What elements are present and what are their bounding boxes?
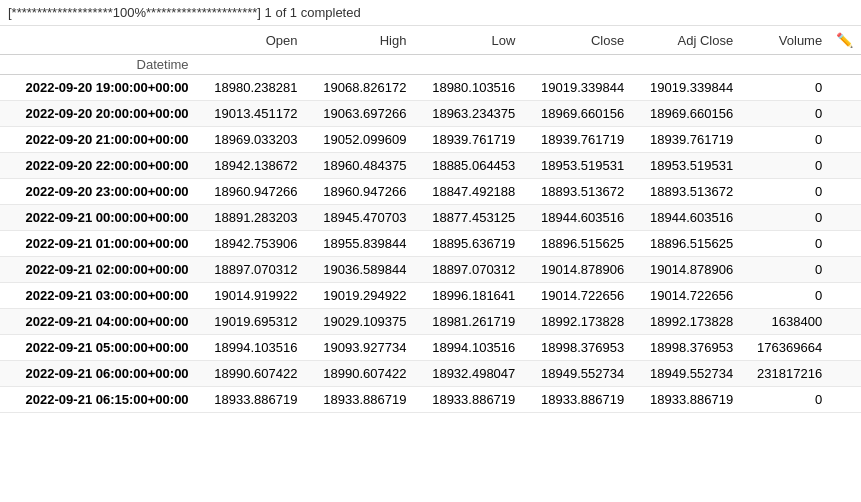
data-cell: 18939.761719 (523, 127, 632, 153)
data-cell: 18939.761719 (632, 127, 741, 153)
data-cell: 0 (741, 153, 830, 179)
data-cell: 0 (741, 205, 830, 231)
datetime-cell: 2022-09-21 02:00:00+00:00 (0, 257, 197, 283)
data-cell: 18953.519531 (632, 153, 741, 179)
col-header-close: Close (523, 26, 632, 55)
data-cell: 18877.453125 (414, 205, 523, 231)
data-cell: 18980.238281 (197, 75, 306, 101)
data-cell: 0 (741, 283, 830, 309)
data-cell: 18960.947266 (306, 179, 415, 205)
data-cell: 19019.294922 (306, 283, 415, 309)
data-cell: 19014.722656 (632, 283, 741, 309)
progress-text: [********************100%***************… (8, 5, 853, 20)
table-row: 2022-09-21 06:00:00+00:0018990.607422189… (0, 361, 861, 387)
col-header-datetime (0, 26, 197, 55)
table-container: Open High Low Close Adj Close Volume ✏️ … (0, 26, 861, 413)
data-cell: 19013.451172 (197, 101, 306, 127)
top-bar: [********************100%***************… (0, 0, 861, 26)
data-cell: 18895.636719 (414, 231, 523, 257)
data-cell: 19036.589844 (306, 257, 415, 283)
table-row: 2022-09-21 05:00:00+00:0018994.103516190… (0, 335, 861, 361)
data-cell: 0 (741, 387, 830, 413)
data-cell: 18944.603516 (632, 205, 741, 231)
col-header-high: High (306, 26, 415, 55)
data-cell: 18992.173828 (632, 309, 741, 335)
data-cell: 176369664 (741, 335, 830, 361)
data-cell: 18998.376953 (632, 335, 741, 361)
data-cell: 0 (741, 179, 830, 205)
datetime-cell: 2022-09-20 19:00:00+00:00 (0, 75, 197, 101)
table-row: 2022-09-20 22:00:00+00:0018942.138672189… (0, 153, 861, 179)
data-cell: 0 (741, 257, 830, 283)
table-row: 2022-09-21 06:15:00+00:0018933.886719189… (0, 387, 861, 413)
icon-col-cell (830, 257, 861, 283)
data-cell: 19093.927734 (306, 335, 415, 361)
table-row: 2022-09-21 04:00:00+00:0019019.695312190… (0, 309, 861, 335)
data-cell: 18994.103516 (414, 335, 523, 361)
data-cell: 18981.261719 (414, 309, 523, 335)
data-table: Open High Low Close Adj Close Volume ✏️ … (0, 26, 861, 413)
data-cell: 19014.878906 (523, 257, 632, 283)
subheader-datetime: Datetime (0, 55, 197, 75)
col-header-open: Open (197, 26, 306, 55)
icon-col-cell (830, 231, 861, 257)
data-cell: 18933.886719 (197, 387, 306, 413)
data-cell: 18969.660156 (523, 101, 632, 127)
icon-col-cell (830, 205, 861, 231)
icon-col-cell (830, 361, 861, 387)
col-header-volume: Volume (741, 26, 830, 55)
table-row: 2022-09-21 03:00:00+00:0019014.919922190… (0, 283, 861, 309)
datetime-cell: 2022-09-20 22:00:00+00:00 (0, 153, 197, 179)
table-row: 2022-09-21 00:00:00+00:0018891.283203189… (0, 205, 861, 231)
icon-header[interactable]: ✏️ (830, 26, 861, 55)
data-cell: 18897.070312 (414, 257, 523, 283)
icon-col-cell (830, 387, 861, 413)
data-cell: 18969.033203 (197, 127, 306, 153)
data-cell: 19029.109375 (306, 309, 415, 335)
icon-col-cell (830, 283, 861, 309)
data-cell: 18953.519531 (523, 153, 632, 179)
subheader-row: Datetime (0, 55, 861, 75)
col-header-adj-close: Adj Close (632, 26, 741, 55)
data-cell: 18994.103516 (197, 335, 306, 361)
data-cell: 18945.470703 (306, 205, 415, 231)
table-row: 2022-09-21 01:00:00+00:0018942.753906189… (0, 231, 861, 257)
data-cell: 19014.722656 (523, 283, 632, 309)
data-cell: 19019.695312 (197, 309, 306, 335)
datetime-cell: 2022-09-20 23:00:00+00:00 (0, 179, 197, 205)
datetime-cell: 2022-09-21 01:00:00+00:00 (0, 231, 197, 257)
data-cell: 18998.376953 (523, 335, 632, 361)
table-body: 2022-09-20 19:00:00+00:0018980.238281190… (0, 75, 861, 413)
data-cell: 18891.283203 (197, 205, 306, 231)
data-cell: 0 (741, 127, 830, 153)
data-cell: 18960.484375 (306, 153, 415, 179)
data-cell: 18990.607422 (197, 361, 306, 387)
data-cell: 18933.886719 (632, 387, 741, 413)
data-cell: 18893.513672 (632, 179, 741, 205)
icon-col-cell (830, 101, 861, 127)
icon-col-cell (830, 75, 861, 101)
data-cell: 18847.492188 (414, 179, 523, 205)
data-cell: 18933.886719 (414, 387, 523, 413)
data-cell: 0 (741, 101, 830, 127)
datetime-cell: 2022-09-21 03:00:00+00:00 (0, 283, 197, 309)
data-cell: 19068.826172 (306, 75, 415, 101)
data-cell: 18955.839844 (306, 231, 415, 257)
datetime-cell: 2022-09-21 05:00:00+00:00 (0, 335, 197, 361)
data-cell: 1638400 (741, 309, 830, 335)
datetime-cell: 2022-09-21 04:00:00+00:00 (0, 309, 197, 335)
data-cell: 18897.070312 (197, 257, 306, 283)
data-cell: 18885.064453 (414, 153, 523, 179)
data-cell: 18893.513672 (523, 179, 632, 205)
table-row: 2022-09-21 02:00:00+00:0018897.070312190… (0, 257, 861, 283)
data-cell: 18933.886719 (306, 387, 415, 413)
column-header-row: Open High Low Close Adj Close Volume ✏️ (0, 26, 861, 55)
data-cell: 18942.138672 (197, 153, 306, 179)
data-cell: 231817216 (741, 361, 830, 387)
settings-icon[interactable]: ✏️ (834, 30, 854, 50)
datetime-cell: 2022-09-21 06:00:00+00:00 (0, 361, 197, 387)
data-cell: 19052.099609 (306, 127, 415, 153)
data-cell: 18932.498047 (414, 361, 523, 387)
data-cell: 18969.660156 (632, 101, 741, 127)
icon-col-cell (830, 179, 861, 205)
